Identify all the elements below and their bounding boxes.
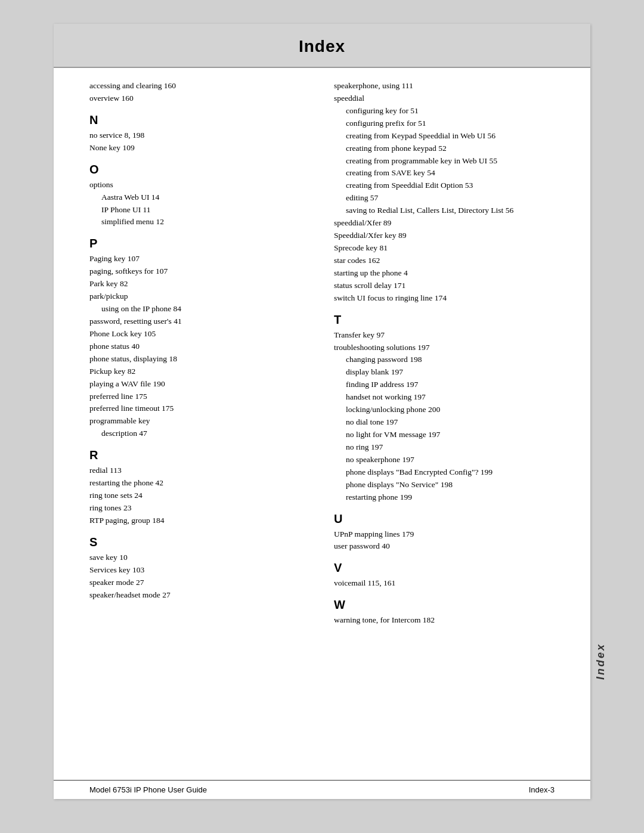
list-item: IP Phone UI 11 (89, 204, 310, 216)
section-r: R redial 113 restarting the phone 42 rin… (89, 448, 310, 527)
list-item: star codes 162 (334, 255, 555, 267)
list-item: Phone Lock key 105 (89, 328, 310, 340)
section-letter-o: O (89, 163, 310, 176)
list-item: preferred line 175 (89, 391, 310, 403)
list-item: display blank 197 (334, 366, 555, 379)
page-title: Index (89, 37, 555, 56)
section-n: N no service 8, 198 None key 109 (89, 113, 310, 154)
list-item: status scroll delay 171 (334, 280, 555, 292)
list-item: RTP paging, group 184 (89, 515, 310, 527)
list-item: None key 109 (89, 142, 310, 154)
list-item: Aastra Web UI 14 (89, 191, 310, 204)
list-item: configuring prefix for 51 (334, 117, 555, 130)
list-item: save key 10 (89, 552, 310, 564)
list-item: locking/unlocking phone 200 (334, 404, 555, 416)
list-item: simplified menu 12 (89, 216, 310, 228)
list-item: overview 160 (89, 92, 310, 105)
list-item: no light for VM message 197 (334, 429, 555, 441)
section-letter-u: U (334, 512, 555, 526)
list-item: switch UI focus to ringing line 174 (334, 292, 555, 305)
list-item: phone status, displaying 18 (89, 353, 310, 366)
list-item: paging, softkeys for 107 (89, 265, 310, 278)
list-item: voicemail 115, 161 (334, 577, 555, 590)
list-item: restarting phone 199 (334, 491, 555, 504)
list-item: creating from Keypad Speeddial in Web UI… (334, 130, 555, 143)
list-item: Paging key 107 (89, 253, 310, 265)
top-entries-left: accessing and clearing 160 overview 160 (89, 80, 310, 105)
list-item: editing 57 (334, 192, 555, 205)
list-item: restarting the phone 42 (89, 477, 310, 490)
section-letter-t: T (334, 313, 555, 327)
section-letter-n: N (89, 113, 310, 127)
list-item: ring tone sets 24 (89, 490, 310, 502)
list-item: accessing and clearing 160 (89, 80, 310, 92)
list-item: speakerphone, using 111 (334, 80, 555, 92)
page-footer: Model 6753i IP Phone User Guide Index-3 (54, 780, 590, 799)
list-item: Services key 103 (89, 564, 310, 577)
list-item: phone status 40 (89, 340, 310, 353)
list-item: Park key 82 (89, 278, 310, 290)
page-header: Index (54, 24, 590, 68)
section-letter-s: S (89, 535, 310, 549)
list-item: creating from programmable key in Web UI… (334, 155, 555, 168)
list-item: Pickup key 82 (89, 366, 310, 378)
section-letter-p: P (89, 237, 310, 250)
list-item: password, resetting user's 41 (89, 315, 310, 328)
list-item: using on the IP phone 84 (89, 303, 310, 315)
list-item: warning tone, for Intercom 182 (334, 614, 555, 627)
right-column: speakerphone, using 111 speeddial config… (334, 80, 555, 633)
list-item: troubleshooting solutions 197 (334, 342, 555, 354)
list-item: no speakerphone 197 (334, 454, 555, 466)
list-item: changing password 198 (334, 354, 555, 366)
list-item: no ring 197 (334, 441, 555, 454)
list-item: creating from SAVE key 54 (334, 167, 555, 179)
list-item: handset not working 197 (334, 391, 555, 404)
list-item: preferred line timeout 175 (89, 402, 310, 415)
list-item: playing a WAV file 190 (89, 378, 310, 391)
list-item: creating from phone keypad 52 (334, 143, 555, 155)
list-item: speaker mode 27 (89, 577, 310, 589)
left-column: accessing and clearing 160 overview 160 … (89, 80, 310, 633)
list-item: starting up the phone 4 (334, 267, 555, 280)
section-u: U UPnP mapping lines 179 user password 4… (334, 512, 555, 553)
section-letter-r: R (89, 448, 310, 462)
list-item: speaker/headset mode 27 (89, 589, 310, 602)
top-entries-right: speakerphone, using 111 speeddial config… (334, 80, 555, 305)
list-item: saving to Redial List, Callers List, Dir… (334, 205, 555, 217)
page-content: accessing and clearing 160 overview 160 … (54, 68, 590, 668)
list-item: programmable key (89, 415, 310, 428)
footer-right: Index-3 (529, 785, 555, 794)
section-t: T Transfer key 97 troubleshooting soluti… (334, 313, 555, 504)
list-item: UPnP mapping lines 179 (334, 528, 555, 541)
section-s: S save key 10 Services key 103 speaker m… (89, 535, 310, 602)
list-item: phone displays "No Service" 198 (334, 479, 555, 491)
footer-left: Model 6753i IP Phone User Guide (89, 785, 207, 794)
section-letter-v: V (334, 561, 555, 575)
list-item: user password 40 (334, 540, 555, 553)
list-item: Transfer key 97 (334, 329, 555, 342)
list-item: Sprecode key 81 (334, 242, 555, 255)
list-item: redial 113 (89, 465, 310, 477)
list-item: no dial tone 197 (334, 416, 555, 429)
list-item: park/pickup (89, 290, 310, 303)
list-item: phone displays "Bad Encrypted Config"? 1… (334, 466, 555, 479)
list-item: speeddial/Xfer 89 (334, 217, 555, 230)
list-item: description 47 (89, 428, 310, 440)
list-item: options (89, 179, 310, 191)
list-item: ring tones 23 (89, 502, 310, 515)
list-item: creating from Speeddial Edit Option 53 (334, 179, 555, 192)
section-o: O options Aastra Web UI 14 IP Phone UI 1… (89, 163, 310, 229)
sideways-index-label: Index (595, 643, 607, 680)
section-v: V voicemail 115, 161 (334, 561, 555, 590)
section-letter-w: W (334, 598, 555, 612)
page: Index accessing and clearing 160 overvie… (54, 24, 590, 799)
list-item: no service 8, 198 (89, 129, 310, 142)
section-w: W warning tone, for Intercom 182 (334, 598, 555, 627)
list-item: configuring key for 51 (334, 105, 555, 117)
section-p: P Paging key 107 paging, softkeys for 10… (89, 237, 310, 440)
list-item: speeddial (334, 92, 555, 105)
list-item: Speeddial/Xfer key 89 (334, 230, 555, 242)
list-item: finding IP address 197 (334, 379, 555, 391)
